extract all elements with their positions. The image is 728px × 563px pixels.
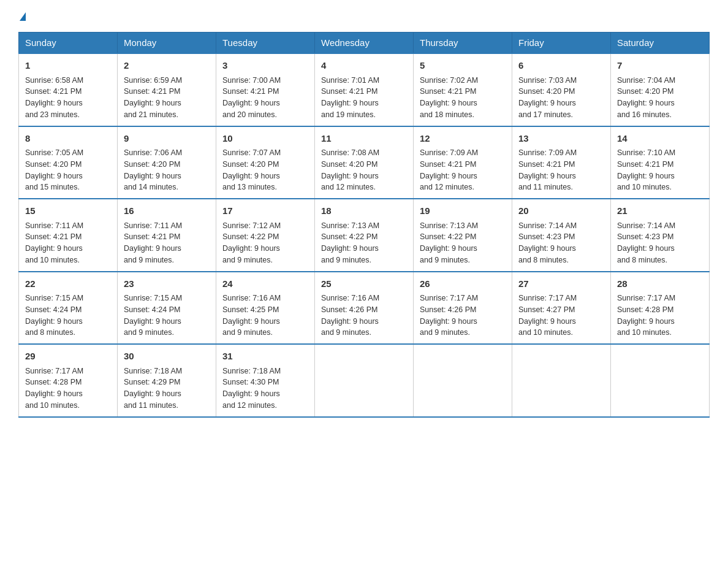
day-info: Sunrise: 7:09 AMSunset: 4:21 PMDaylight:… — [518, 147, 604, 193]
day-number: 19 — [420, 204, 506, 218]
day-info: Sunrise: 7:17 AMSunset: 4:26 PMDaylight:… — [420, 293, 506, 339]
day-number: 26 — [420, 277, 506, 291]
day-info: Sunrise: 7:05 AMSunset: 4:20 PMDaylight:… — [25, 147, 111, 193]
day-number: 10 — [222, 132, 308, 146]
calendar-cell: 16Sunrise: 7:11 AMSunset: 4:21 PMDayligh… — [118, 199, 216, 272]
day-info: Sunrise: 7:06 AMSunset: 4:20 PMDaylight:… — [124, 147, 210, 193]
calendar-cell — [611, 344, 710, 417]
calendar-cell: 29Sunrise: 7:17 AMSunset: 4:28 PMDayligh… — [19, 344, 118, 417]
calendar-cell: 6Sunrise: 7:03 AMSunset: 4:20 PMDaylight… — [512, 53, 611, 126]
day-info: Sunrise: 7:18 AMSunset: 4:29 PMDaylight:… — [124, 366, 210, 412]
calendar-cell — [512, 344, 611, 417]
calendar-cell: 8Sunrise: 7:05 AMSunset: 4:20 PMDaylight… — [19, 126, 118, 199]
day-number: 16 — [124, 204, 210, 218]
day-number: 20 — [518, 204, 604, 218]
day-number: 12 — [420, 132, 506, 146]
day-info: Sunrise: 7:09 AMSunset: 4:21 PMDaylight:… — [420, 147, 506, 193]
calendar-cell: 28Sunrise: 7:17 AMSunset: 4:28 PMDayligh… — [611, 272, 710, 345]
calendar-cell: 14Sunrise: 7:10 AMSunset: 4:21 PMDayligh… — [611, 126, 710, 199]
day-number: 31 — [222, 350, 308, 364]
header-tuesday: Tuesday — [216, 33, 315, 54]
day-number: 18 — [321, 204, 407, 218]
day-number: 30 — [124, 350, 210, 364]
header-friday: Friday — [512, 33, 611, 54]
calendar-cell: 5Sunrise: 7:02 AMSunset: 4:21 PMDaylight… — [414, 53, 512, 126]
day-info: Sunrise: 7:13 AMSunset: 4:22 PMDaylight:… — [420, 220, 506, 266]
day-number: 14 — [617, 132, 703, 146]
header-sunday: Sunday — [19, 33, 118, 54]
day-info: Sunrise: 7:00 AMSunset: 4:21 PMDaylight:… — [222, 75, 308, 121]
day-info: Sunrise: 7:18 AMSunset: 4:30 PMDaylight:… — [222, 366, 308, 412]
day-info: Sunrise: 7:13 AMSunset: 4:22 PMDaylight:… — [321, 220, 407, 266]
calendar-cell: 22Sunrise: 7:15 AMSunset: 4:24 PMDayligh… — [19, 272, 118, 345]
day-info: Sunrise: 7:14 AMSunset: 4:23 PMDaylight:… — [518, 220, 604, 266]
day-info: Sunrise: 7:04 AMSunset: 4:20 PMDaylight:… — [617, 75, 703, 121]
calendar-cell: 1Sunrise: 6:58 AMSunset: 4:21 PMDaylight… — [19, 53, 118, 126]
day-info: Sunrise: 7:17 AMSunset: 4:28 PMDaylight:… — [25, 366, 111, 412]
day-info: Sunrise: 7:17 AMSunset: 4:27 PMDaylight:… — [518, 293, 604, 339]
header-saturday: Saturday — [611, 33, 710, 54]
day-info: Sunrise: 7:16 AMSunset: 4:26 PMDaylight:… — [321, 293, 407, 339]
day-info: Sunrise: 7:16 AMSunset: 4:25 PMDaylight:… — [222, 293, 308, 339]
day-number: 3 — [222, 59, 308, 73]
day-number: 2 — [124, 59, 210, 73]
calendar-cell: 13Sunrise: 7:09 AMSunset: 4:21 PMDayligh… — [512, 126, 611, 199]
day-number: 1 — [25, 59, 111, 73]
day-info: Sunrise: 7:03 AMSunset: 4:20 PMDaylight:… — [518, 75, 604, 121]
calendar-cell: 12Sunrise: 7:09 AMSunset: 4:21 PMDayligh… — [414, 126, 512, 199]
calendar-cell: 27Sunrise: 7:17 AMSunset: 4:27 PMDayligh… — [512, 272, 611, 345]
calendar-cell: 3Sunrise: 7:00 AMSunset: 4:21 PMDaylight… — [216, 53, 315, 126]
day-number: 8 — [25, 132, 111, 146]
calendar-cell: 23Sunrise: 7:15 AMSunset: 4:24 PMDayligh… — [118, 272, 216, 345]
page-header — [18, 12, 710, 20]
day-info: Sunrise: 7:15 AMSunset: 4:24 PMDaylight:… — [25, 293, 111, 339]
day-number: 21 — [617, 204, 703, 218]
day-number: 11 — [321, 132, 407, 146]
calendar-cell — [414, 344, 512, 417]
day-number: 27 — [518, 277, 604, 291]
day-info: Sunrise: 6:59 AMSunset: 4:21 PMDaylight:… — [124, 75, 210, 121]
calendar-cell: 17Sunrise: 7:12 AMSunset: 4:22 PMDayligh… — [216, 199, 315, 272]
calendar-cell: 15Sunrise: 7:11 AMSunset: 4:21 PMDayligh… — [19, 199, 118, 272]
day-number: 15 — [25, 204, 111, 218]
header-monday: Monday — [118, 33, 216, 54]
calendar-cell: 26Sunrise: 7:17 AMSunset: 4:26 PMDayligh… — [414, 272, 512, 345]
calendar-cell: 2Sunrise: 6:59 AMSunset: 4:21 PMDaylight… — [118, 53, 216, 126]
calendar-header-row: SundayMondayTuesdayWednesdayThursdayFrid… — [19, 33, 710, 54]
day-number: 29 — [25, 350, 111, 364]
day-info: Sunrise: 7:10 AMSunset: 4:21 PMDaylight:… — [617, 147, 703, 193]
day-number: 28 — [617, 277, 703, 291]
day-info: Sunrise: 7:17 AMSunset: 4:28 PMDaylight:… — [617, 293, 703, 339]
day-number: 23 — [124, 277, 210, 291]
calendar-cell: 24Sunrise: 7:16 AMSunset: 4:25 PMDayligh… — [216, 272, 315, 345]
day-number: 4 — [321, 59, 407, 73]
day-info: Sunrise: 7:07 AMSunset: 4:20 PMDaylight:… — [222, 147, 308, 193]
day-info: Sunrise: 7:08 AMSunset: 4:20 PMDaylight:… — [321, 147, 407, 193]
calendar-cell: 18Sunrise: 7:13 AMSunset: 4:22 PMDayligh… — [315, 199, 414, 272]
calendar-cell: 7Sunrise: 7:04 AMSunset: 4:20 PMDaylight… — [611, 53, 710, 126]
day-info: Sunrise: 7:02 AMSunset: 4:21 PMDaylight:… — [420, 75, 506, 121]
calendar-week-row: 1Sunrise: 6:58 AMSunset: 4:21 PMDaylight… — [19, 53, 710, 126]
calendar-cell: 20Sunrise: 7:14 AMSunset: 4:23 PMDayligh… — [512, 199, 611, 272]
calendar-cell: 19Sunrise: 7:13 AMSunset: 4:22 PMDayligh… — [414, 199, 512, 272]
calendar-table: SundayMondayTuesdayWednesdayThursdayFrid… — [18, 32, 710, 418]
day-info: Sunrise: 7:11 AMSunset: 4:21 PMDaylight:… — [124, 220, 210, 266]
day-number: 6 — [518, 59, 604, 73]
day-number: 24 — [222, 277, 308, 291]
calendar-week-row: 15Sunrise: 7:11 AMSunset: 4:21 PMDayligh… — [19, 199, 710, 272]
calendar-cell: 4Sunrise: 7:01 AMSunset: 4:21 PMDaylight… — [315, 53, 414, 126]
header-wednesday: Wednesday — [315, 33, 414, 54]
calendar-cell: 21Sunrise: 7:14 AMSunset: 4:23 PMDayligh… — [611, 199, 710, 272]
logo — [18, 12, 26, 20]
day-info: Sunrise: 7:14 AMSunset: 4:23 PMDaylight:… — [617, 220, 703, 266]
calendar-week-row: 29Sunrise: 7:17 AMSunset: 4:28 PMDayligh… — [19, 344, 710, 417]
calendar-cell: 30Sunrise: 7:18 AMSunset: 4:29 PMDayligh… — [118, 344, 216, 417]
day-info: Sunrise: 7:01 AMSunset: 4:21 PMDaylight:… — [321, 75, 407, 121]
header-thursday: Thursday — [414, 33, 512, 54]
calendar-cell — [315, 344, 414, 417]
day-info: Sunrise: 6:58 AMSunset: 4:21 PMDaylight:… — [25, 75, 111, 121]
calendar-cell: 11Sunrise: 7:08 AMSunset: 4:20 PMDayligh… — [315, 126, 414, 199]
day-number: 17 — [222, 204, 308, 218]
day-number: 25 — [321, 277, 407, 291]
calendar-cell: 10Sunrise: 7:07 AMSunset: 4:20 PMDayligh… — [216, 126, 315, 199]
